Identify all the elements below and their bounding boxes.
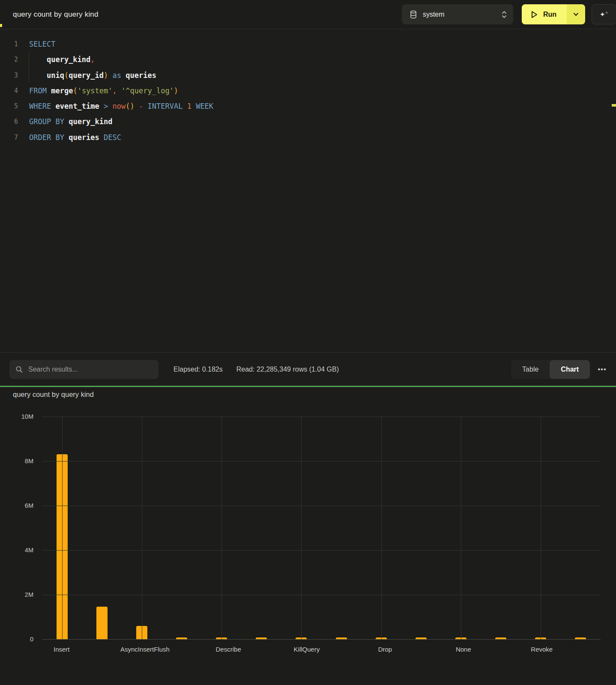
- bar-slot: [401, 417, 441, 639]
- left-edge-accent: [0, 24, 2, 27]
- code-text: WHERE event_time > now() - INTERVAL 1 WE…: [18, 98, 213, 114]
- code-token: GROUP: [29, 117, 51, 126]
- code-token: DESC: [104, 133, 121, 142]
- more-options-button[interactable]: •••: [598, 365, 607, 374]
- x-tick-label: Revoke: [522, 646, 561, 653]
- y-tick-label: 8M: [25, 458, 33, 465]
- code-token: INTERVAL: [148, 102, 183, 110]
- bar-slot: [161, 417, 201, 639]
- toggle-table-button[interactable]: Table: [511, 360, 550, 379]
- code-token: [29, 71, 47, 80]
- chart-panel: query count by query kind 10M8M6M4M2M0 I…: [0, 387, 616, 685]
- code-token: FROM: [29, 86, 47, 95]
- line-number: 2: [0, 52, 18, 67]
- search-results-box[interactable]: [9, 360, 158, 379]
- y-gridline: [42, 506, 601, 506]
- code-token: (: [73, 86, 77, 95]
- database-icon: [410, 10, 417, 19]
- code-token: SELECT: [29, 40, 55, 48]
- topbar: query count by query kind system: [0, 0, 616, 29]
- run-button[interactable]: Run: [522, 4, 567, 24]
- bar-slot: [561, 417, 601, 639]
- elapsed-stat: Elapsed: 0.182s: [173, 366, 223, 373]
- y-gridline: [42, 417, 601, 417]
- code-token: query_kind: [69, 117, 112, 126]
- code-token: [64, 117, 69, 126]
- x-gridline: [381, 417, 382, 639]
- run-options-button[interactable]: [567, 4, 585, 24]
- x-tick-label: [483, 646, 522, 653]
- x-tick-label: [326, 646, 365, 653]
- x-tick-label: Describe: [209, 646, 248, 653]
- code-text: uniq(query_id) as queries: [18, 68, 156, 83]
- bar-idx1[interactable]: [96, 607, 108, 639]
- x-gridline: [142, 417, 142, 639]
- bar-idx5[interactable]: [256, 637, 267, 639]
- code-line: 5WHERE event_time > now() - INTERVAL 1 W…: [0, 98, 616, 114]
- code-token: query_kind: [47, 55, 90, 64]
- run-button-label: Run: [543, 11, 556, 18]
- x-axis-labels: InsertAsyncInsertFlushDescribeKillQueryD…: [42, 646, 601, 653]
- bar-idx13[interactable]: [575, 637, 586, 639]
- bar-slot: [242, 417, 281, 639]
- code-token: '^query_log': [121, 86, 174, 95]
- code-token: ,: [90, 55, 95, 64]
- bar-idx3[interactable]: [176, 637, 187, 639]
- code-text: FROM merge('system', '^query_log'): [18, 83, 178, 98]
- bar-idx9[interactable]: [416, 637, 427, 639]
- plot-area: 10M8M6M4M2M0: [42, 417, 601, 640]
- y-tick-label: 10M: [21, 413, 33, 420]
- read-stat: Read: 22,285,349 rows (1.04 GB): [236, 366, 339, 373]
- code-token: [64, 133, 69, 142]
- view-toggle: Table Chart: [511, 360, 590, 379]
- code-token: (: [64, 71, 69, 80]
- x-tick-label: [405, 646, 444, 653]
- search-results-input[interactable]: [28, 366, 144, 373]
- x-gridline: [541, 417, 541, 639]
- ai-sparkle-button[interactable]: ✦✧: [592, 4, 616, 24]
- bar-idx7[interactable]: [336, 637, 347, 639]
- x-tick-label: [170, 646, 209, 653]
- x-tick-label: KillQuery: [287, 646, 326, 653]
- code-text: ORDER BY queries DESC: [18, 130, 121, 145]
- code-token: BY: [55, 133, 64, 142]
- code-token: [108, 71, 112, 80]
- bar-idx11[interactable]: [495, 637, 506, 639]
- code-token: query_id: [69, 71, 104, 80]
- code-token: [47, 86, 51, 95]
- y-tick-label: 0: [30, 636, 33, 643]
- toggle-chart-button[interactable]: Chart: [550, 360, 590, 379]
- line-number: 3: [0, 68, 18, 83]
- code-token: [143, 102, 147, 110]
- x-tick-label: None: [444, 646, 483, 653]
- code-token: queries: [69, 133, 99, 142]
- code-token: queries: [126, 71, 156, 80]
- x-tick-label: [248, 646, 287, 653]
- code-token: ,: [113, 86, 117, 95]
- code-line: 1SELECT: [0, 36, 616, 52]
- sparkle-icon: ✦✧: [600, 11, 608, 18]
- code-token: WEEK: [196, 102, 213, 110]
- code-token: ORDER: [29, 133, 51, 142]
- line-number: 7: [0, 130, 18, 145]
- code-token: 'system': [78, 86, 113, 95]
- code-text: GROUP BY query_kind: [18, 114, 113, 129]
- y-gridline: [42, 550, 601, 551]
- x-tick-label: Drop: [365, 646, 404, 653]
- code-token: WHERE: [29, 102, 51, 110]
- code-token: [99, 133, 104, 142]
- sql-editor[interactable]: 1SELECT2 query_kind,3 uniq(query_id) as …: [0, 30, 616, 352]
- code-token: ): [104, 71, 108, 80]
- indent-guide: [29, 52, 29, 83]
- code-line: 2 query_kind,: [0, 52, 616, 67]
- x-gridline: [62, 417, 63, 639]
- overview-ruler-marker: [612, 104, 616, 107]
- topbar-actions: system Run ✦✧: [402, 4, 612, 24]
- code-token: [117, 86, 121, 95]
- x-gridline: [461, 417, 461, 639]
- database-select[interactable]: system: [402, 4, 513, 24]
- bars-row: [42, 417, 601, 639]
- code-line: 3 uniq(query_id) as queries: [0, 68, 616, 83]
- results-toolbar: Elapsed: 0.182s Read: 22,285,349 rows (1…: [0, 352, 616, 386]
- run-button-group: Run: [522, 4, 585, 24]
